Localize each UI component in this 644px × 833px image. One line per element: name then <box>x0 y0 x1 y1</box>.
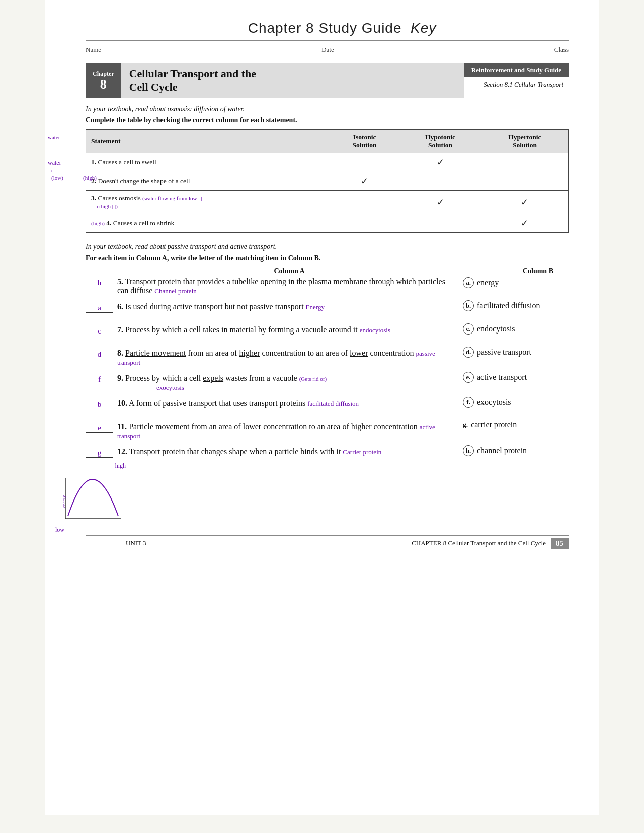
ml-left-12: g 12. Transport protein that changes sha… <box>86 445 453 458</box>
ml-left-5: h 5. Transport protein that provides a t… <box>86 277 453 295</box>
answer-12: g <box>86 448 113 458</box>
col-b-entry-c: c. endocytosis <box>453 323 569 342</box>
col-b-entry-g: g. carrier protein <box>453 420 569 436</box>
item-text-11: 11. Particle movement from an area of lo… <box>117 422 453 440</box>
graph-svg: energy <box>55 471 126 526</box>
col-b-text-h: channel protein <box>477 446 527 455</box>
matching-row-9: f 9. Process by which a cell expels wast… <box>86 372 569 392</box>
handwritten-title: Chapter 8 Study Guide Key <box>86 15 569 41</box>
date-label: Date <box>321 46 334 54</box>
th-statement: Statement <box>86 129 330 153</box>
matching-row-5: h 5. Transport protein that provides a t… <box>86 277 569 295</box>
name-label: Name <box>86 46 101 54</box>
circle-b: b. <box>463 300 474 311</box>
stmt-1: 1. Causes a cell to swell <box>86 153 330 172</box>
check-1-hypertonic <box>481 153 568 172</box>
check-4-hypotonic <box>399 214 481 232</box>
check-3-hypotonic: ✓ <box>399 190 481 214</box>
class-label: Class <box>554 46 569 54</box>
bottom-area: high energy low UNIT 3 CHAPTER 8 Cellula… <box>86 468 569 549</box>
col-b-text-d: passive transport <box>477 348 531 357</box>
low-label: (low) <box>51 175 63 181</box>
circle-e: e. <box>463 372 474 383</box>
chapter-footer-info: CHAPTER 8 Cellular Transport and the Cel… <box>412 539 546 547</box>
answer-9: f <box>86 375 113 384</box>
stmt-3: 3. Causes osmosis (water flowing from lo… <box>86 190 330 214</box>
check-3-isotonic <box>330 190 399 214</box>
name-date-row: Name Date Class <box>86 44 569 58</box>
ml-left-8: d 8. Particle movement from an area of h… <box>86 347 453 367</box>
item-text-9: 9. Process by which a cell expels wastes… <box>117 374 327 392</box>
stmt-2: 2. Doesn't change the shape of a cell <box>86 172 330 190</box>
col-b-text-f: exocytosis <box>477 398 511 407</box>
ml-left-10: b 10. A form of passive transport that u… <box>86 397 453 409</box>
answer-5: h <box>86 278 113 288</box>
passive-instruction: In your textbook, read about passive tra… <box>86 243 569 251</box>
matching-row-6: a 6. Is used during active transport but… <box>86 300 569 318</box>
footer: UNIT 3 CHAPTER 8 Cellular Transport and … <box>86 535 569 549</box>
osmosis-instruction: In your textbook, read about osmosis: di… <box>86 105 569 113</box>
chapter-badge: Chapter 8 <box>86 63 121 98</box>
matching-row-8: d 8. Particle movement from an area of h… <box>86 347 569 367</box>
unit-label: UNIT 3 <box>126 539 146 547</box>
col-b-text-b: facilitated diffusion <box>477 301 540 310</box>
check-2-hypotonic <box>399 172 481 190</box>
table-instruction: Complete the table by checking the corre… <box>86 116 569 124</box>
ml-left-6: a 6. Is used during active transport but… <box>86 300 453 313</box>
footer-right: CHAPTER 8 Cellular Transport and the Cel… <box>412 538 569 549</box>
col-b-label: Column B <box>453 267 569 275</box>
chapter-header: Chapter 8 Cellular Transport and the Cel… <box>86 63 569 98</box>
answer-11: e <box>86 423 113 433</box>
th-hypertonic: HypertonicSolution <box>481 129 568 153</box>
ml-left-11: e 11. Particle movement from an area of … <box>86 420 453 440</box>
table-row: (high) 4. Causes a cell to shrink ✓ <box>86 214 569 232</box>
item-text-10: 10. A form of passive transport that use… <box>117 399 359 408</box>
chapter-title: Cellular Transport and the Cell Cycle <box>129 67 456 94</box>
check-3-hypertonic: ✓ <box>481 190 568 214</box>
col-b-entry-d: d. passive transport <box>453 347 569 365</box>
check-2-isotonic: ✓ <box>330 172 399 190</box>
table-row: 1. Causes a cell to swell ✓ <box>86 153 569 172</box>
col-b-text-g: carrier protein <box>471 420 517 429</box>
water-annotation: water→ <box>48 159 61 175</box>
circle-h: h. <box>463 445 474 456</box>
chapter-number: 8 <box>100 78 107 91</box>
check-1-hypotonic: ✓ <box>399 153 481 172</box>
page-number: 85 <box>551 538 569 549</box>
matching-row-7: c 7. Process by which a cell takes in ma… <box>86 323 569 342</box>
ml-left-9: f 9. Process by which a cell expels wast… <box>86 372 453 392</box>
item-text-5: 5. Transport protein that provides a tub… <box>117 277 453 295</box>
col-b-entry-f: f. exocytosis <box>453 397 569 415</box>
answer-10: b <box>86 400 113 409</box>
high-label: (high) <box>83 175 97 181</box>
check-1-isotonic <box>330 153 399 172</box>
answer-7: c <box>86 326 113 336</box>
letter-g: g. <box>463 421 468 429</box>
col-b-entry-b: b. facilitated diffusion <box>453 300 569 318</box>
graph-sketch-area: high energy low <box>55 462 126 534</box>
col-b-text-a: energy <box>477 278 499 287</box>
circle-a: a. <box>463 277 474 288</box>
table-row: 3. Causes osmosis (water flowing from lo… <box>86 190 569 214</box>
ml-left-7: c 7. Process by which a cell takes in ma… <box>86 323 453 336</box>
right-header: Reinforcement and Study Guide Section 8.… <box>464 63 569 98</box>
col-b-text-e: active transport <box>477 373 527 382</box>
col-b-entry-a: a. energy <box>453 277 569 295</box>
check-4-isotonic <box>330 214 399 232</box>
item-text-7: 7. Process by which a cell takes in mate… <box>117 325 390 335</box>
matching-instruction: For each item in Column A, write the let… <box>86 254 569 262</box>
circle-d: d. <box>463 347 474 358</box>
col-a-label: Column A <box>86 267 453 275</box>
col-b-entry-h: h. channel protein <box>453 445 569 463</box>
col-b-entry-e: e. active transport <box>453 372 569 390</box>
chapter-title-block: Cellular Transport and the Cell Cycle <box>121 63 464 98</box>
check-4-hypertonic: ✓ <box>481 214 568 232</box>
water-label: water <box>48 134 60 140</box>
answer-6: a <box>86 303 113 313</box>
answer-8: d <box>86 350 113 359</box>
reinforcement-badge: Reinforcement and Study Guide <box>464 63 569 77</box>
item-text-6: 6. Is used during active transport but n… <box>117 302 325 311</box>
item-text-8: 8. Particle movement from an area of hig… <box>117 349 453 367</box>
table-row: 2. Doesn't change the shape of a cell ✓ <box>86 172 569 190</box>
svg-text:energy: energy <box>61 495 66 508</box>
